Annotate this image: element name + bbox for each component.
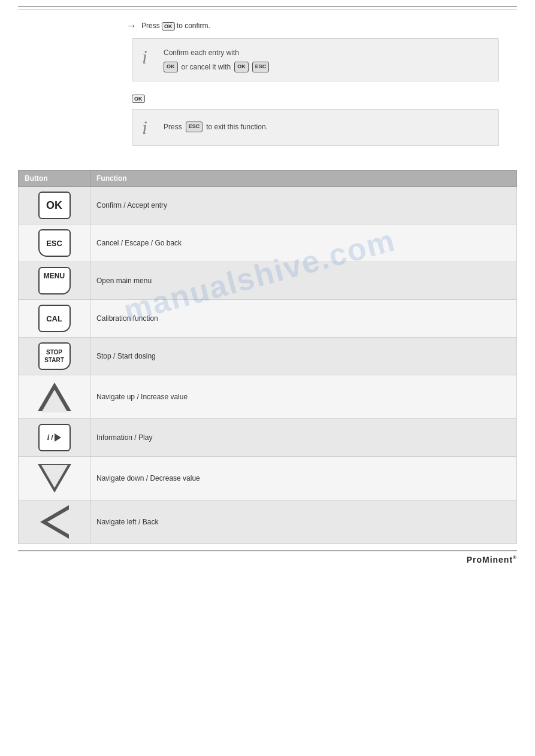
button-cell-7 [19,457,90,500]
content-area: → Press OK to confirm. i Confirm each en… [18,10,517,544]
arrow-down-button[interactable] [38,464,71,493]
arrow-line: → Press OK to confirm. [18,20,517,32]
brand-name: ProMinent® [467,555,517,564]
menu-button[interactable]: MENU [38,267,71,294]
info-text-2: Press ESC to exit this function. [164,118,268,132]
intro-text: Press OK to confirm. [141,22,210,31]
arrow-up-container [25,380,84,414]
button-cell-0: OK [19,187,90,224]
desc-cell-0: Confirm / Accept entry [90,187,517,224]
desc-cell-5: Navigate up / Increase value [90,375,517,419]
button-cell-2: MENU [19,262,90,300]
desc-cell-8: Navigate left / Back [90,500,517,544]
arrow-right-icon: → [126,20,137,32]
arrow-up-button[interactable] [38,382,71,411]
intro-section: → Press OK to confirm. i Confirm each en… [18,20,517,158]
desc-cell-2: Open main menu [90,262,517,300]
info-text-line2: or cancel it with [182,62,231,72]
stop-start-button[interactable]: STOPSTART [38,342,71,370]
esc-badge-1: ESC [252,62,270,72]
desc-cell-4: Stop / Start dosing [90,338,517,375]
button-cell-6: i / [19,419,90,457]
bottom-bar: ProMinent® [0,551,535,568]
esc-button[interactable]: ESC [38,229,71,257]
ok-badge-2: OK [234,62,249,72]
ok-badge-1: OK [164,62,178,72]
desc-cell-3: Calibration function [90,300,517,338]
button-cell-1: ESC [19,224,90,262]
info-text2-line2: to exit this function. [206,122,268,132]
info-box-2: i Press ESC to exit this function. [132,109,499,146]
desc-cell-1: Cancel / Escape / Go back [90,224,517,262]
info-icon-2: i [142,118,156,137]
button-cell-8 [19,500,90,544]
arrow-left-button[interactable] [40,505,69,539]
info-text-line1: Confirm each entry with [164,48,239,57]
info-text-1: Confirm each entry with OK or cancel it … [164,47,269,72]
arrow-left-container [25,505,84,539]
button-cell-4: STOPSTART [19,338,90,375]
mid-ok-badge-wrap: OK [18,93,517,103]
play-triangle-icon [55,433,61,442]
col-header-button: Button [19,171,90,187]
ok-badge-top: OK [162,22,175,31]
esc-badge-2: ESC [186,122,203,132]
info-badge-row-2: Press ESC to exit this function. [164,122,268,132]
info-text2-line1: Press [164,122,182,132]
desc-cell-7: Navigate down / Decrease value [90,457,517,500]
info-box-1: i Confirm each entry with OK or cancel i… [132,38,499,81]
ok-button[interactable]: OK [38,192,71,219]
table-section: Button Function OKConfirm / Accept entry… [18,170,517,544]
cal-button[interactable]: CAL [38,305,71,332]
col-header-function: Function [90,171,517,187]
button-cell-3: CAL [19,300,90,338]
arrow-down-container [25,462,84,495]
info-badge-row-1: OK or cancel it with OK ESC [164,62,269,72]
desc-cell-6: Information / Play [90,419,517,457]
mid-ok-badge: OK [132,95,145,103]
button-table: Button Function OKConfirm / Accept entry… [18,170,517,544]
info-icon-1: i [142,47,156,66]
button-cell-5 [19,375,90,419]
info-play-button[interactable]: i / [38,424,71,451]
top-border [18,6,517,7]
